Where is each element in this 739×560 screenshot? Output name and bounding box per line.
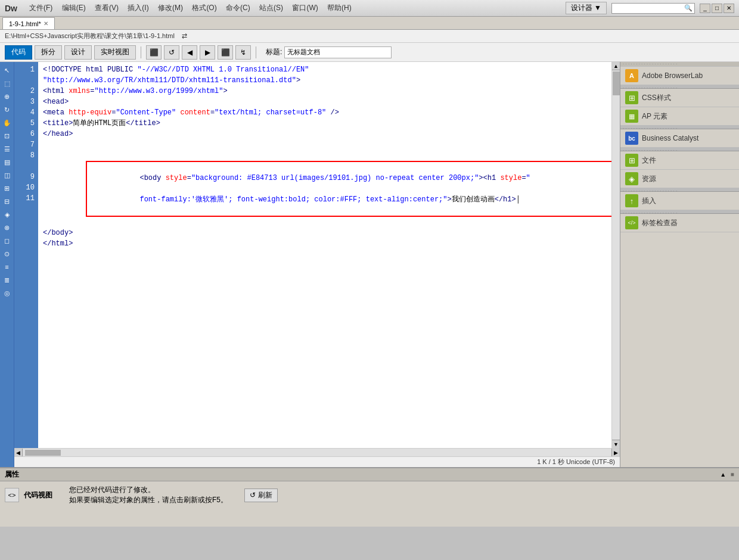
tools-btn[interactable]: ↯	[235, 45, 251, 60]
tool-4[interactable]: ▤	[1, 156, 13, 168]
code-view-button[interactable]: 代码	[5, 45, 32, 60]
h-scroll-left-btn[interactable]: ◀	[14, 449, 23, 457]
code-line-6: </head>	[43, 129, 607, 139]
menu-site[interactable]: 站点(S)	[259, 4, 283, 12]
code-line-4: <meta http-equiv="Content-Type" content=…	[43, 107, 607, 118]
tool-select[interactable]: ⬚	[1, 77, 13, 89]
tool-3[interactable]: ☰	[1, 143, 13, 155]
panel-item-assets[interactable]: ◈ 资源	[620, 170, 739, 188]
properties-menu-icon[interactable]: ≡	[731, 471, 734, 478]
line-num-blank1	[14, 75, 35, 86]
menu-view[interactable]: 查看(V)	[95, 4, 119, 12]
refresh-icon: ↺	[250, 491, 256, 499]
scroll-up-btn[interactable]: ▲	[612, 62, 620, 70]
tab-filename: 1-9-1.html*	[9, 20, 41, 27]
h-scroll-right-btn[interactable]: ▶	[611, 449, 620, 457]
bc-icon: bc	[625, 132, 638, 145]
panel-label-bc: Business Catalyst	[642, 134, 698, 142]
code-line-3: <head>	[43, 97, 607, 107]
tool-magnify[interactable]: ⊕	[1, 91, 13, 102]
page-title-input[interactable]	[284, 46, 392, 58]
code-content[interactable]: <!DOCTYPE html PUBLIC "-//W3C//DTD XHTML…	[38, 62, 611, 448]
toolbar-sep-2	[256, 46, 256, 58]
right-panel-drag: · · · · · · · · · · · · · · · · · · · · …	[620, 62, 739, 67]
code-line-5: <title>简单的HTML页面</title>	[43, 118, 607, 129]
tool-11[interactable]: ⊙	[1, 248, 13, 260]
nav-forward-btn[interactable]: ▶	[200, 45, 215, 60]
tab-close-icon[interactable]: ✕	[44, 20, 48, 27]
ap-icon: ▦	[625, 110, 638, 123]
live-view-button[interactable]: 实时视图	[94, 45, 136, 60]
minimize-button[interactable]: _	[700, 4, 710, 13]
menu-help[interactable]: 帮助(H)	[327, 4, 352, 12]
stop-btn[interactable]: ⬛	[218, 45, 233, 60]
menu-command[interactable]: 命令(C)	[226, 4, 250, 12]
menu-edit[interactable]: 编辑(E)	[62, 4, 86, 12]
refresh-button[interactable]: ↺ 刷新	[244, 489, 278, 502]
properties-collapse-icon[interactable]: ▲	[720, 471, 726, 478]
menu-modify[interactable]: 修改(M)	[158, 4, 183, 12]
menu-insert[interactable]: 插入(I)	[128, 4, 148, 12]
tab-file[interactable]: 1-9-1.html* ✕	[2, 17, 55, 29]
tool-7[interactable]: ⊟	[1, 195, 13, 207]
panel-item-insert[interactable]: ↑ 插入	[620, 192, 739, 210]
designer-button[interactable]: 设计器 ▼	[566, 2, 607, 14]
assets-icon: ◈	[625, 172, 638, 185]
split-view-button[interactable]: 拆分	[35, 45, 62, 60]
code-line-8: <body style="background: #E84713 url(ima…	[43, 150, 607, 228]
title-label: 标题:	[266, 47, 282, 57]
menu-file[interactable]: 文件(F)	[29, 4, 52, 12]
scroll-down-btn[interactable]: ▼	[612, 440, 620, 448]
horizontal-scrollbar[interactable]: ◀ ▶	[14, 448, 620, 456]
status-bar: 1 K / 1 秒 Unicode (UTF-8)	[14, 456, 620, 467]
code-view-label: 代码视图	[24, 490, 52, 500]
panel-item-bc[interactable]: bc Business Catalyst	[620, 129, 739, 148]
menu-window[interactable]: 窗口(W)	[292, 4, 318, 12]
nav-back-btn[interactable]: ◀	[182, 45, 197, 60]
message-line-2: 如果要编辑选定对象的属性，请点击刷新或按F5。	[69, 495, 228, 505]
line-num-1: 1	[14, 64, 35, 75]
tool-8[interactable]: ◈	[1, 209, 13, 220]
scroll-thumb[interactable]	[613, 71, 620, 95]
line-num-8: 8	[14, 150, 35, 161]
tool-zoom[interactable]: ⊡	[1, 130, 13, 142]
code-line-10: </html>	[43, 238, 607, 249]
tool-9[interactable]: ⊗	[1, 222, 13, 234]
close-button[interactable]: ✕	[724, 4, 734, 13]
panel-item-files[interactable]: ⊞ 文件	[620, 151, 739, 170]
panel-item-ap[interactable]: ▦ AP 元素	[620, 107, 739, 126]
tool-6[interactable]: ⊞	[1, 182, 13, 194]
tool-10[interactable]: ◻	[1, 235, 13, 247]
panel-item-css[interactable]: ⊞ CSS样式	[620, 89, 739, 107]
properties-row: <> 代码视图 您已经对代码进行了修改。 如果要编辑选定对象的属性，请点击刷新或…	[5, 485, 734, 505]
tool-14[interactable]: ◎	[1, 287, 13, 299]
properties-title: 属性	[5, 469, 19, 480]
panel-label-ap: AP 元素	[642, 111, 667, 122]
app-title: Dw	[5, 4, 17, 13]
right-panel: · · · · · · · · · · · · · · · · · · · · …	[620, 62, 739, 467]
tool-12[interactable]: ≡	[1, 261, 13, 273]
vertical-scrollbar[interactable]: ▲ ▼	[611, 62, 620, 448]
tab-bar: 1-9-1.html* ✕	[0, 17, 739, 30]
refresh-icon-btn[interactable]: ↺	[164, 45, 179, 60]
inspect-icon-btn[interactable]: ⬛	[146, 45, 162, 60]
panel-item-tag-inspector[interactable]: </> 标签检查器	[620, 214, 739, 232]
maximize-button[interactable]: □	[712, 4, 722, 13]
tool-5[interactable]: ◫	[1, 169, 13, 181]
tool-arrow[interactable]: ↖	[1, 64, 13, 76]
code-view-icon: <>	[5, 488, 19, 502]
design-view-button[interactable]: 设计	[64, 45, 92, 60]
search-input[interactable]	[611, 3, 695, 14]
line-numbers: 1 2 3 4 5 6 7 8 9 10 11	[14, 62, 38, 448]
menu-format[interactable]: 格式(O)	[192, 4, 216, 12]
h-scroll-thumb[interactable]	[25, 450, 61, 456]
tool-13[interactable]: ≣	[1, 274, 13, 286]
tool-hand[interactable]: ✋	[1, 117, 13, 129]
panel-label-insert: 插入	[642, 196, 656, 206]
filepath-text: E:\Html+CSS+Javascript实用教程\课文件\第1章\1-9-1…	[5, 32, 175, 41]
browserlab-icon: A	[625, 69, 638, 82]
code-line-11	[43, 249, 607, 260]
tool-refresh[interactable]: ↻	[1, 104, 13, 116]
panel-item-browserlab[interactable]: A Adobe BrowserLab	[620, 67, 739, 85]
file-sync-icon[interactable]: ⇄	[182, 32, 187, 40]
